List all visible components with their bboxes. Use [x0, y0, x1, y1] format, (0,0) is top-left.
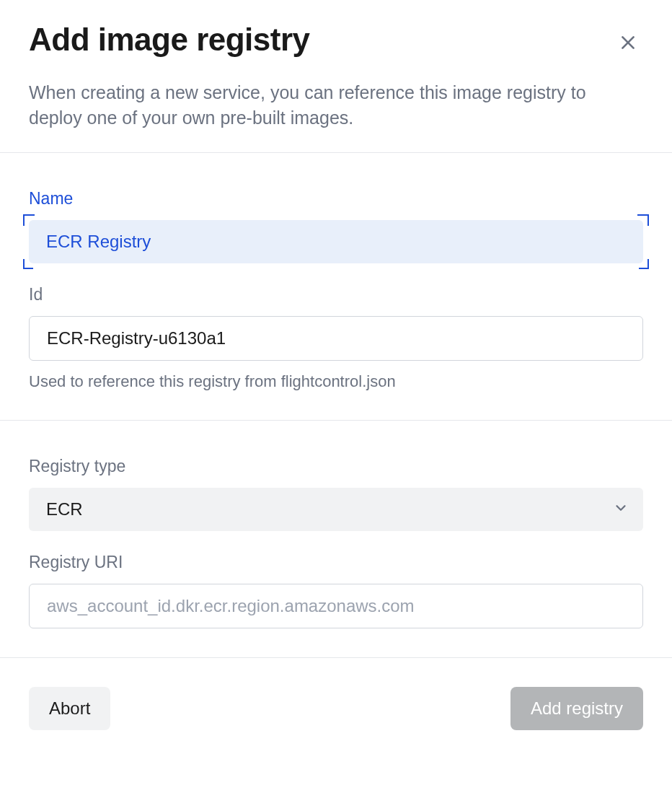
- add-image-registry-modal: Add image registry When creating a new s…: [0, 0, 672, 759]
- id-input[interactable]: [29, 316, 643, 361]
- registry-type-select-wrapper: ECR: [29, 488, 643, 531]
- registry-type-select[interactable]: ECR: [29, 488, 643, 531]
- registry-type-field: Registry type ECR: [29, 457, 643, 531]
- name-field: Name: [29, 189, 643, 263]
- id-field: Id Used to reference this registry from …: [29, 285, 643, 391]
- name-input-wrapper: [29, 220, 643, 263]
- registry-uri-field: Registry URI: [29, 553, 643, 628]
- name-input[interactable]: [29, 220, 643, 263]
- add-registry-button[interactable]: Add registry: [510, 687, 643, 730]
- close-icon: [619, 33, 637, 54]
- form-section-registry: Registry type ECR Registry URI: [0, 421, 672, 657]
- form-section-identity: Name Id Used to reference this registry …: [0, 153, 672, 420]
- registry-type-label: Registry type: [29, 457, 643, 476]
- id-input-wrapper: [29, 316, 643, 361]
- registry-uri-input[interactable]: [29, 584, 643, 628]
- modal-title: Add image registry: [29, 22, 310, 58]
- abort-button[interactable]: Abort: [29, 687, 110, 730]
- close-button[interactable]: [613, 27, 643, 60]
- id-label: Id: [29, 285, 643, 304]
- header-row: Add image registry: [29, 22, 643, 60]
- registry-uri-input-wrapper: [29, 584, 643, 628]
- name-label: Name: [29, 189, 643, 209]
- registry-uri-label: Registry URI: [29, 553, 643, 572]
- modal-header: Add image registry When creating a new s…: [0, 0, 672, 152]
- modal-footer: Abort Add registry: [0, 658, 672, 759]
- modal-subtitle: When creating a new service, you can ref…: [29, 80, 642, 131]
- id-helper-text: Used to reference this registry from fli…: [29, 372, 643, 391]
